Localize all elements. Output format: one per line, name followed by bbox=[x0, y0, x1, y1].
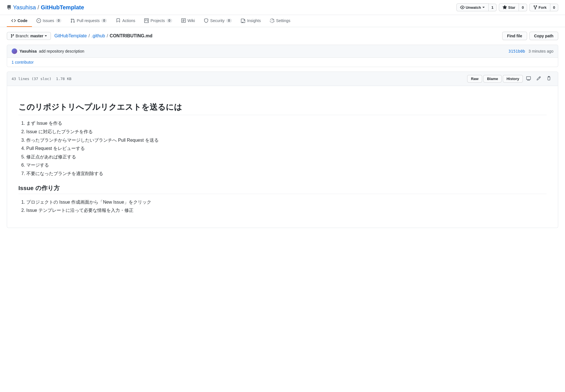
site-header: Yasuhisa / GitHubTemplate Unwatch 1 bbox=[0, 0, 565, 15]
history-button[interactable]: History bbox=[503, 75, 523, 83]
fork-button[interactable]: Fork bbox=[529, 3, 550, 11]
avatar-image bbox=[12, 48, 17, 54]
list-item: Issue テンプレートに沿って必要な情報を入力・修正 bbox=[26, 207, 547, 214]
repo-nav: Code Issues 0 Pull requests 0 Actions Pr… bbox=[0, 15, 565, 27]
insights-icon bbox=[241, 18, 245, 23]
wiki-icon bbox=[181, 18, 186, 23]
copy-path-button[interactable]: Copy path bbox=[529, 32, 558, 40]
owner-link[interactable]: Yasuhisa bbox=[13, 4, 36, 11]
star-button[interactable]: Star bbox=[499, 3, 519, 11]
fork-group: Fork 0 bbox=[529, 3, 558, 11]
unwatch-button[interactable]: Unwatch bbox=[456, 3, 489, 11]
repo-icon bbox=[7, 5, 11, 10]
tab-issues[interactable]: Issues 0 bbox=[32, 15, 66, 27]
commit-author[interactable]: Yasuhisa bbox=[20, 49, 37, 53]
delete-button[interactable] bbox=[544, 75, 553, 83]
tab-insights[interactable]: Insights bbox=[236, 15, 265, 27]
edit-button[interactable] bbox=[534, 75, 543, 83]
tab-pr-label: Pull requests bbox=[77, 18, 100, 23]
list-item: マージする bbox=[26, 161, 547, 169]
list-item: 作ったブランチからマージしたいブランチへ Pull Request を送る bbox=[26, 137, 547, 144]
tab-code[interactable]: Code bbox=[7, 15, 32, 27]
actions-icon bbox=[116, 18, 120, 23]
contributor-info: 1 contributor bbox=[7, 58, 558, 67]
unwatch-label: Unwatch bbox=[466, 5, 481, 10]
tab-insights-label: Insights bbox=[247, 18, 261, 23]
commit-message: add repository description bbox=[39, 49, 84, 53]
trash-icon bbox=[547, 76, 551, 81]
file-toolbar: Raw Blame History bbox=[467, 75, 553, 83]
tab-pull-requests[interactable]: Pull requests 0 bbox=[66, 15, 111, 27]
display-button[interactable] bbox=[524, 75, 533, 83]
star-count[interactable]: 0 bbox=[519, 4, 527, 11]
commit-sha[interactable]: 3151b0b bbox=[508, 49, 525, 53]
tab-actions-label: Actions bbox=[122, 18, 135, 23]
content-list-2: プロジェクトの Issue 作成画面から「New Issue」をクリック Iss… bbox=[18, 199, 547, 214]
branch-label: Branch: bbox=[16, 34, 29, 38]
code-icon bbox=[11, 18, 16, 23]
commit-info: Yasuhisa add repository description 3151… bbox=[7, 45, 558, 58]
find-file-button[interactable]: Find file bbox=[502, 32, 527, 40]
eye-icon bbox=[460, 5, 465, 10]
tab-projects[interactable]: Projects 0 bbox=[140, 15, 177, 27]
fork-label: Fork bbox=[539, 5, 547, 10]
list-item: まず Issue を作る bbox=[26, 120, 547, 127]
tab-settings[interactable]: Settings bbox=[265, 15, 295, 27]
content-list-1: まず Issue を作る Issue に対応したブランチを作る 作ったブランチか… bbox=[18, 120, 547, 177]
title-separator: / bbox=[38, 4, 39, 11]
breadcrumb-sep-1: / bbox=[89, 33, 90, 38]
tab-actions[interactable]: Actions bbox=[111, 15, 140, 27]
content-h1: このリポジトリへプルリクエストを送るには bbox=[18, 102, 547, 115]
security-badge: 0 bbox=[226, 19, 232, 23]
repo-name-link[interactable]: GitHubTemplate bbox=[41, 4, 84, 11]
unwatch-count[interactable]: 1 bbox=[489, 4, 497, 11]
commit-info-right: 3151b0b 3 minutes ago bbox=[508, 49, 553, 53]
branch-selector[interactable]: Branch: master bbox=[7, 32, 51, 40]
tab-settings-label: Settings bbox=[276, 18, 290, 23]
display-icon bbox=[526, 76, 531, 81]
header-actions: Unwatch 1 Star 0 Fork bbox=[456, 3, 558, 11]
dropdown-icon bbox=[482, 6, 485, 9]
file-info: 43 lines (37 sloc) 1.78 KB bbox=[12, 77, 72, 81]
commit-time: 3 minutes ago bbox=[529, 49, 553, 53]
tab-projects-label: Projects bbox=[150, 18, 165, 23]
projects-icon bbox=[144, 18, 149, 23]
issues-icon bbox=[36, 18, 41, 23]
tab-wiki[interactable]: Wiki bbox=[177, 15, 199, 27]
list-item: Issue に対応したブランチを作る bbox=[26, 128, 547, 135]
unwatch-group: Unwatch 1 bbox=[456, 3, 497, 11]
repo-title: Yasuhisa / GitHubTemplate bbox=[7, 4, 84, 11]
blame-button[interactable]: Blame bbox=[483, 75, 502, 83]
tab-security[interactable]: Security 0 bbox=[199, 15, 236, 27]
star-label: Star bbox=[508, 5, 515, 10]
contributor-link[interactable]: 1 contributor bbox=[12, 60, 34, 64]
star-icon bbox=[503, 5, 507, 10]
tab-security-label: Security bbox=[210, 18, 225, 23]
breadcrumb-root[interactable]: GitHubTemplate bbox=[54, 33, 87, 38]
list-item: 不要になったブランチを適宜削除する bbox=[26, 170, 547, 177]
projects-badge: 0 bbox=[167, 19, 172, 23]
star-group: Star 0 bbox=[499, 3, 527, 11]
markdown-body: このリポジトリへプルリクエストを送るには まず Issue を作る Issue … bbox=[7, 86, 558, 228]
avatar bbox=[12, 48, 17, 54]
list-item: 修正点があれば修正する bbox=[26, 153, 547, 161]
file-actions: Find file Copy path bbox=[502, 32, 558, 40]
breadcrumb-current: CONTRIBUTING.md bbox=[110, 33, 152, 38]
file-content-header: 43 lines (37 sloc) 1.78 KB Raw Blame His… bbox=[7, 72, 558, 86]
tab-code-label: Code bbox=[18, 18, 27, 23]
tab-issues-label: Issues bbox=[43, 18, 54, 23]
breadcrumb-github[interactable]: .github bbox=[91, 33, 105, 38]
breadcrumb-sep-2: / bbox=[107, 33, 108, 38]
tab-wiki-label: Wiki bbox=[187, 18, 195, 23]
pr-badge: 0 bbox=[101, 19, 107, 23]
raw-button[interactable]: Raw bbox=[467, 75, 482, 83]
fork-count[interactable]: 0 bbox=[550, 4, 558, 11]
lines-info: 43 lines (37 sloc) bbox=[12, 77, 51, 81]
fork-icon bbox=[533, 5, 538, 10]
pencil-icon bbox=[536, 76, 541, 81]
content-h2: Issue の作り方 bbox=[18, 184, 547, 194]
breadcrumb: GitHubTemplate / .github / CONTRIBUTING.… bbox=[54, 33, 152, 38]
issues-badge: 0 bbox=[56, 19, 61, 23]
security-icon bbox=[204, 18, 208, 23]
size-info: 1.78 KB bbox=[56, 77, 72, 81]
